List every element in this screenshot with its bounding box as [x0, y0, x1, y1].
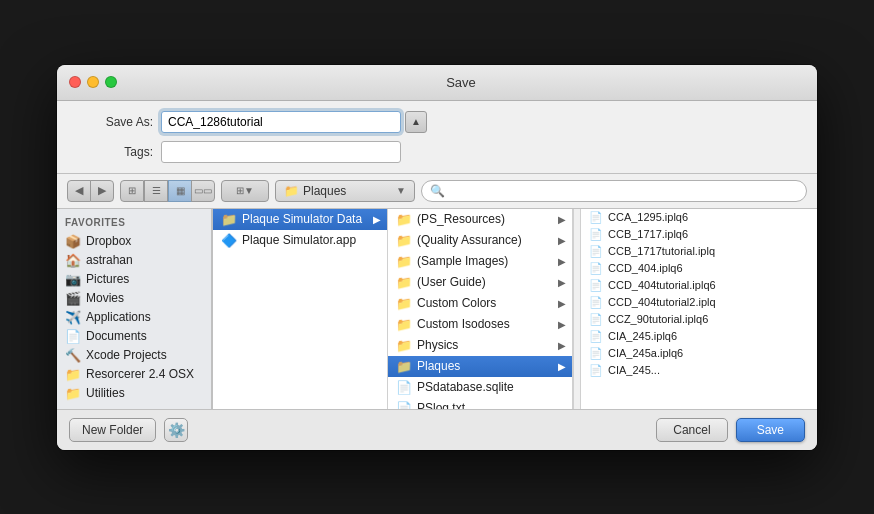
file-icon: 📄: [396, 380, 412, 395]
file-item[interactable]: 📄 CCD_404.iplq6: [581, 260, 817, 277]
sidebar-item-movies[interactable]: 🎬 Movies: [57, 289, 211, 308]
bottom-bar: New Folder ⚙️ Cancel Save: [57, 409, 817, 450]
file-icon: 📄: [589, 330, 603, 343]
folder-dropdown[interactable]: 📁 Plaques ▼: [275, 180, 415, 202]
file-item[interactable]: 📄 CIA_245...: [581, 362, 817, 379]
arrow-icon: ▶: [558, 277, 566, 288]
sidebar-item-utilities[interactable]: 📁 Utilities: [57, 384, 211, 403]
file-icon: 📄: [589, 347, 603, 360]
arrow-icon: ▶: [373, 214, 381, 225]
sidebar: FAVORITES 📦 Dropbox 🏠 astrahan 📷 Picture…: [57, 209, 212, 409]
dropdown-arrow-icon: ▼: [396, 185, 406, 196]
file-label: CCD_404tutorial2.iplq: [608, 296, 716, 308]
nav-bar: ◀ ▶ ⊞ ☰ ▦ ▭▭ ⊞▼ 📁 Plaques ▼ 🔍: [57, 174, 817, 209]
view-coverflow-button[interactable]: ▭▭: [191, 180, 215, 202]
file-label: CCD_404tutorial.iplq6: [608, 279, 716, 291]
save-as-row: Save As: ▲: [73, 111, 801, 133]
file-label: CCB_1717tutorial.iplq: [608, 245, 715, 257]
physics-item[interactable]: 📁 Physics ▶: [388, 335, 572, 356]
file-item[interactable]: 📄 CCB_1717tutorial.iplq: [581, 243, 817, 260]
custom-isodoses-item[interactable]: 📁 Custom Isodoses ▶: [388, 314, 572, 335]
file-label: CIA_245.iplq6: [608, 330, 677, 342]
file-item[interactable]: 📄 CCD_404tutorial.iplq6: [581, 277, 817, 294]
sidebar-item-label: Dropbox: [86, 234, 131, 248]
custom-isodoses-label: Custom Isodoses: [417, 317, 510, 331]
plaque-simulator-data-label: Plaque Simulator Data: [242, 212, 362, 226]
new-folder-button[interactable]: New Folder: [69, 418, 156, 442]
folder-dropdown-label: Plaques: [303, 184, 346, 198]
maximize-button[interactable]: [105, 76, 117, 88]
folder-icon: 📁: [396, 296, 412, 311]
cancel-button[interactable]: Cancel: [656, 418, 727, 442]
file-item[interactable]: 📄 CCB_1717.iplq6: [581, 226, 817, 243]
file-item[interactable]: 📄 CCZ_90tutorial.iplq6: [581, 311, 817, 328]
view-buttons: ⊞ ☰ ▦ ▭▭: [120, 180, 215, 202]
file-label: CCA_1295.iplq6: [608, 211, 688, 223]
ps-resources-item[interactable]: 📁 (PS_Resources) ▶: [388, 209, 572, 230]
view-list-button[interactable]: ☰: [144, 180, 168, 202]
plaque-simulator-data-item[interactable]: 📁 Plaque Simulator Data ▶: [213, 209, 387, 230]
folder-dropdown-icon: 📁: [284, 184, 299, 198]
sidebar-item-astrahan[interactable]: 🏠 astrahan: [57, 251, 211, 270]
custom-colors-item[interactable]: 📁 Custom Colors ▶: [388, 293, 572, 314]
close-button[interactable]: [69, 76, 81, 88]
file-item[interactable]: 📄 CCD_404tutorial2.iplq: [581, 294, 817, 311]
sidebar-item-label: Resorcerer 2.4 OSX: [86, 367, 194, 381]
sidebar-item-dropbox[interactable]: 📦 Dropbox: [57, 232, 211, 251]
file-icon: 📄: [396, 401, 412, 409]
files-col: 📄 CCA_1295.iplq6 📄 CCB_1717.iplq6 📄 CCB_…: [581, 209, 817, 409]
file-icon: 📄: [589, 228, 603, 241]
tags-input[interactable]: [161, 141, 401, 163]
arrow-icon: ▶: [558, 319, 566, 330]
sidebar-item-label: Applications: [86, 310, 151, 324]
traffic-lights: [69, 76, 117, 88]
sidebar-item-label: Utilities: [86, 386, 125, 400]
file-icon: 📄: [589, 211, 603, 224]
tags-row: Tags:: [73, 141, 801, 163]
sidebar-section-title: FAVORITES: [57, 215, 211, 232]
pslog-item[interactable]: 📄 PSlog.txt: [388, 398, 572, 409]
search-box[interactable]: 🔍: [421, 180, 807, 202]
psdatabase-item[interactable]: 📄 PSdatabase.sqlite: [388, 377, 572, 398]
minimize-button[interactable]: [87, 76, 99, 88]
movies-icon: 🎬: [65, 291, 81, 306]
arrow-icon: ▶: [558, 298, 566, 309]
plaques-item[interactable]: 📁 Plaques ▶: [388, 356, 572, 377]
sidebar-item-xcode[interactable]: 🔨 Xcode Projects: [57, 346, 211, 365]
back-button[interactable]: ◀: [67, 180, 91, 202]
save-as-input[interactable]: [161, 111, 401, 133]
forward-button[interactable]: ▶: [90, 180, 114, 202]
scrollbar-divider: [573, 209, 581, 409]
save-button[interactable]: Save: [736, 418, 805, 442]
user-guide-item[interactable]: 📁 (User Guide) ▶: [388, 272, 572, 293]
view-columns-button[interactable]: ▦: [168, 180, 192, 202]
file-icon: 📄: [589, 364, 603, 377]
tags-label: Tags:: [73, 145, 153, 159]
physics-label: Physics: [417, 338, 458, 352]
folder-icon: 📁: [396, 317, 412, 332]
file-item[interactable]: 📄 CIA_245.iplq6: [581, 328, 817, 345]
file-item[interactable]: 📄 CIA_245a.iplq6: [581, 345, 817, 362]
plaque-simulator-app-item[interactable]: 🔷 Plaque Simulator.app: [213, 230, 387, 251]
view-extra-button[interactable]: ⊞▼: [221, 180, 269, 202]
xcode-icon: 🔨: [65, 348, 81, 363]
bottom-left: New Folder ⚙️: [69, 418, 188, 442]
sidebar-item-resorcerer[interactable]: 📁 Resorcerer 2.4 OSX: [57, 365, 211, 384]
applications-icon: ✈️: [65, 310, 81, 325]
view-icon-button[interactable]: ⊞: [120, 180, 144, 202]
up-button[interactable]: ▲: [405, 111, 427, 133]
quality-assurance-item[interactable]: 📁 (Quality Assurance) ▶: [388, 230, 572, 251]
arrow-icon: ▶: [558, 340, 566, 351]
sample-images-item[interactable]: 📁 (Sample Images) ▶: [388, 251, 572, 272]
gear-button[interactable]: ⚙️: [164, 418, 188, 442]
ps-resources-label: (PS_Resources): [417, 212, 505, 226]
arrow-icon: ▶: [558, 214, 566, 225]
sidebar-item-label: Pictures: [86, 272, 129, 286]
file-label: CIA_245a.iplq6: [608, 347, 683, 359]
utilities-icon: 📁: [65, 386, 81, 401]
sidebar-item-pictures[interactable]: 📷 Pictures: [57, 270, 211, 289]
sidebar-item-applications[interactable]: ✈️ Applications: [57, 308, 211, 327]
sidebar-item-documents[interactable]: 📄 Documents: [57, 327, 211, 346]
file-item[interactable]: 📄 CCA_1295.iplq6: [581, 209, 817, 226]
psdatabase-label: PSdatabase.sqlite: [417, 380, 514, 394]
